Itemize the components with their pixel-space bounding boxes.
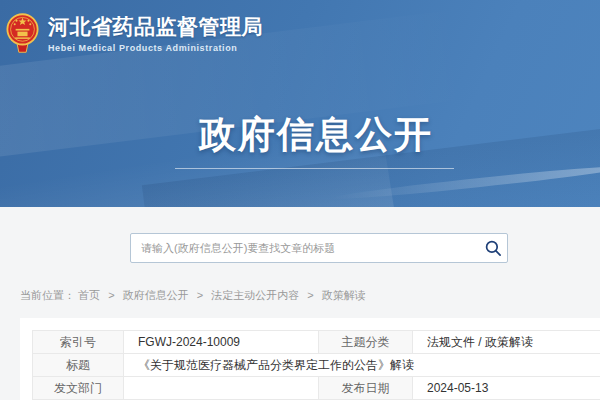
index-number-value: FGWJ-2024-10009 [124,331,319,354]
table-row: 标题 《关于规范医疗器械产品分类界定工作的公告》解读 [33,354,600,377]
search-box [130,233,508,263]
page: 河北省药品监督管理局 Hebei Medical Products Admini… [0,0,600,400]
document-info-table: 索引号 FGWJ-2024-10009 主题分类 法规文件 / 政策解读 标题 … [32,330,600,400]
page-title: 政府信息公开 [0,110,600,160]
publish-date-value: 2024-05-13 [413,377,600,400]
site-title-block: 河北省药品监督管理局 Hebei Medical Products Admini… [48,11,263,53]
breadcrumb-item-statutory-disclosure[interactable]: 法定主动公开内容 [211,289,299,301]
index-number-label: 索引号 [33,331,124,354]
issuing-department-label: 发文部门 [33,377,124,400]
hero-banner: 河北省药品监督管理局 Hebei Medical Products Admini… [0,0,600,207]
site-logo[interactable]: 河北省药品监督管理局 Hebei Medical Products Admini… [6,11,263,55]
search-input[interactable] [131,234,479,262]
breadcrumb-prefix: 当前位置： [20,289,75,301]
breadcrumb-separator: > [197,289,203,301]
breadcrumb-item-home[interactable]: 首页 [78,289,100,301]
breadcrumb-item-gov-info[interactable]: 政府信息公开 [123,289,189,301]
table-row: 索引号 FGWJ-2024-10009 主题分类 法规文件 / 政策解读 [33,331,600,354]
breadcrumb-item-policy-interpretation: 政策解读 [322,289,366,301]
title-divider [175,168,454,169]
document-title-value: 《关于规范医疗器械产品分类界定工作的公告》解读 [124,354,600,377]
search-button[interactable] [479,234,507,262]
document-title-label: 标题 [33,354,124,377]
table-row: 发文部门 发布日期 2024-05-13 [33,377,600,400]
breadcrumb: 当前位置： 首页 > 政府信息公开 > 法定主动公开内容 > 政策解读 [20,288,366,303]
issuing-department-value [124,377,319,400]
site-title: 河北省药品监督管理局 [48,15,263,39]
subject-category-label: 主题分类 [319,331,413,354]
search-icon [485,240,502,257]
site-subtitle: Hebei Medical Products Administration [48,43,263,53]
subject-category-value: 法规文件 / 政策解读 [413,331,600,354]
breadcrumb-separator: > [307,289,313,301]
national-emblem-icon [6,11,39,55]
publish-date-label: 发布日期 [319,377,413,400]
breadcrumb-separator: > [108,289,114,301]
